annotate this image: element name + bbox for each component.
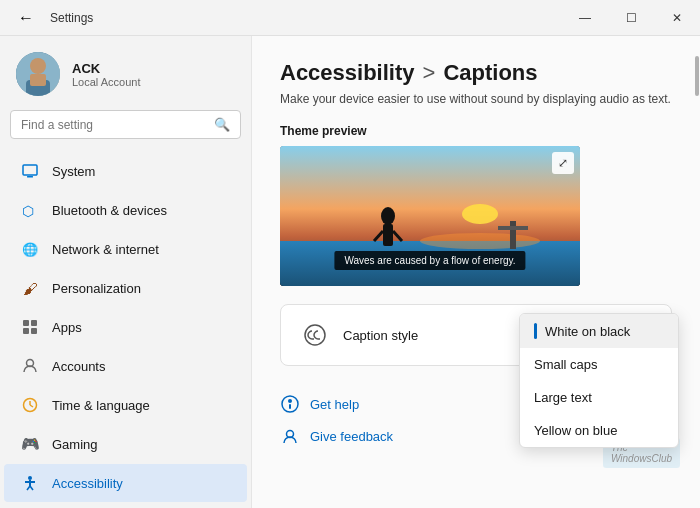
sidebar-item-label: Gaming <box>52 437 98 452</box>
svg-line-20 <box>30 486 33 490</box>
nav-list: System ⬡ Bluetooth & devices 🌐 Network &… <box>0 151 251 508</box>
svg-point-28 <box>381 207 395 225</box>
svg-rect-27 <box>498 226 528 230</box>
back-button[interactable]: ← <box>12 4 40 32</box>
accounts-icon <box>20 356 40 376</box>
watermark-line2: WindowsClub <box>611 453 672 464</box>
svg-rect-4 <box>23 165 37 175</box>
sidebar-item-gaming[interactable]: 🎮 Gaming <box>4 425 247 463</box>
caption-style-icon <box>299 319 331 351</box>
svg-point-34 <box>288 399 292 403</box>
gaming-icon: 🎮 <box>20 434 40 454</box>
accessibility-icon <box>20 473 40 493</box>
search-box[interactable]: 🔍 <box>10 110 241 139</box>
page-subtitle: Make your device easier to use without s… <box>280 92 672 106</box>
sidebar-item-personalization[interactable]: 🖌 Personalization <box>4 269 247 307</box>
sidebar-item-label: System <box>52 164 95 179</box>
theme-preview: Waves are caused by a flow of energy. ⤢ <box>280 146 580 286</box>
get-help-label: Get help <box>310 397 359 412</box>
system-icon <box>20 161 40 181</box>
caption-style-left: Caption style <box>299 319 418 351</box>
titlebar-title: Settings <box>50 11 93 25</box>
bluetooth-icon: ⬡ <box>20 200 40 220</box>
preview-background: Waves are caused by a flow of energy. ⤢ <box>280 146 580 286</box>
sidebar-item-label: Bluetooth & devices <box>52 203 167 218</box>
user-name: ACK <box>72 61 235 76</box>
content-area: Accessibility > Captions Make your devic… <box>252 36 700 508</box>
titlebar-controls: — ☐ ✕ <box>562 0 700 36</box>
close-button[interactable]: ✕ <box>654 0 700 36</box>
caption-style-dropdown: White on black Small caps Large text Yel… <box>519 313 679 448</box>
breadcrumb-separator: > <box>423 60 436 86</box>
user-info: ACK Local Account <box>72 61 235 88</box>
svg-point-25 <box>420 233 540 249</box>
search-input[interactable] <box>21 118 206 132</box>
avatar <box>16 52 60 96</box>
dropdown-item-small-caps[interactable]: Small caps <box>520 348 678 381</box>
caption-style-card: Caption style Edit White on black Small … <box>280 304 672 366</box>
sidebar-item-network[interactable]: 🌐 Network & internet <box>4 230 247 268</box>
sidebar-item-label: Accounts <box>52 359 105 374</box>
search-icon[interactable]: 🔍 <box>214 117 230 132</box>
time-icon <box>20 395 40 415</box>
svg-point-16 <box>28 476 32 480</box>
svg-rect-9 <box>31 320 37 326</box>
preview-expand-button[interactable]: ⤢ <box>552 152 574 174</box>
caption-style-label: Caption style <box>343 328 418 343</box>
personalization-icon: 🖌 <box>20 278 40 298</box>
dropdown-item-large-text[interactable]: Large text <box>520 381 678 414</box>
theme-preview-label: Theme preview <box>280 124 672 138</box>
svg-rect-26 <box>510 221 516 249</box>
dropdown-item-yellow-on-blue[interactable]: Yellow on blue <box>520 414 678 447</box>
selected-indicator <box>534 323 537 339</box>
svg-rect-10 <box>23 328 29 334</box>
svg-text:⬡: ⬡ <box>22 203 34 218</box>
titlebar-left: ← Settings <box>12 4 93 32</box>
sidebar-item-system[interactable]: System <box>4 152 247 190</box>
give-feedback-icon <box>280 426 300 446</box>
svg-rect-11 <box>31 328 37 334</box>
sidebar-item-label: Personalization <box>52 281 141 296</box>
sidebar-item-accessibility[interactable]: Accessibility <box>4 464 247 502</box>
sidebar: ACK Local Account 🔍 System ⬡ Bluetooth &… <box>0 36 252 508</box>
svg-point-1 <box>30 58 46 74</box>
svg-rect-35 <box>289 404 291 409</box>
svg-rect-5 <box>27 176 33 178</box>
main-container: ACK Local Account 🔍 System ⬡ Bluetooth &… <box>0 36 700 508</box>
preview-caption: Waves are caused by a flow of energy. <box>334 251 525 270</box>
user-profile: ACK Local Account <box>0 44 251 110</box>
breadcrumb-parent[interactable]: Accessibility <box>280 60 415 86</box>
svg-rect-3 <box>30 74 46 86</box>
svg-point-23 <box>462 204 498 224</box>
avatar-image <box>16 52 60 96</box>
breadcrumb-current: Captions <box>443 60 537 86</box>
sidebar-item-label: Accessibility <box>52 476 123 491</box>
network-icon: 🌐 <box>20 239 40 259</box>
sidebar-item-apps[interactable]: Apps <box>4 308 247 346</box>
breadcrumb: Accessibility > Captions <box>280 60 672 86</box>
sidebar-item-accounts[interactable]: Accounts <box>4 347 247 385</box>
svg-text:🌐: 🌐 <box>22 241 38 257</box>
sidebar-item-privacy[interactable]: Privacy & security <box>4 503 247 508</box>
maximize-button[interactable]: ☐ <box>608 0 654 36</box>
user-type: Local Account <box>72 76 235 88</box>
back-icon: ← <box>18 9 34 27</box>
give-feedback-label: Give feedback <box>310 429 393 444</box>
svg-line-15 <box>30 405 33 407</box>
sidebar-item-label: Network & internet <box>52 242 159 257</box>
svg-rect-29 <box>383 224 393 246</box>
get-help-icon <box>280 394 300 414</box>
sidebar-item-label: Apps <box>52 320 82 335</box>
minimize-button[interactable]: — <box>562 0 608 36</box>
apps-icon <box>20 317 40 337</box>
scrollbar-track <box>694 36 700 508</box>
dropdown-item-white-on-black[interactable]: White on black <box>520 314 678 348</box>
scrollbar-thumb[interactable] <box>695 56 699 96</box>
sidebar-item-label: Time & language <box>52 398 150 413</box>
sidebar-item-bluetooth[interactable]: ⬡ Bluetooth & devices <box>4 191 247 229</box>
svg-rect-8 <box>23 320 29 326</box>
sidebar-item-time[interactable]: Time & language <box>4 386 247 424</box>
titlebar: ← Settings — ☐ ✕ <box>0 0 700 36</box>
avatar-svg <box>16 52 60 96</box>
